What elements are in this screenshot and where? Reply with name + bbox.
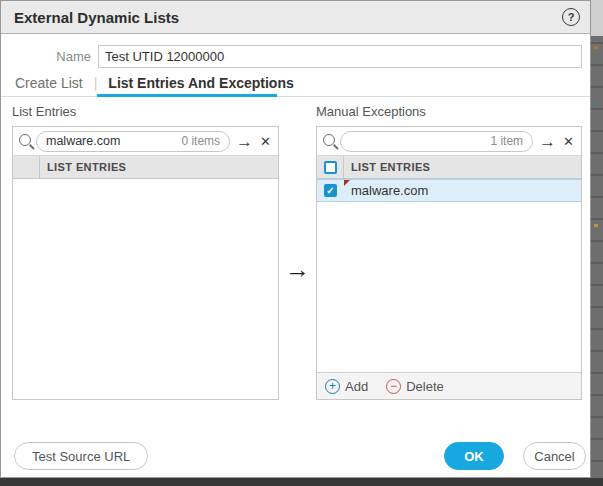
name-label: Name: [1, 49, 98, 64]
active-tab-underline: [97, 94, 277, 97]
header-checkbox-column: [317, 156, 344, 178]
row-entry-cell[interactable]: malware.com: [344, 180, 581, 201]
transfer-arrow-icon: →: [285, 255, 310, 284]
background-speck: [594, 104, 598, 107]
manual-exceptions-column-header: LIST ENTRIES: [344, 156, 430, 178]
select-all-checkbox[interactable]: [324, 161, 337, 174]
search-submit-arrow-icon[interactable]: →: [236, 133, 253, 150]
external-dynamic-lists-dialog: External Dynamic Lists ? Name Create Lis…: [0, 0, 591, 478]
add-plus-icon: +: [325, 379, 340, 394]
tab-bar: Create List | List Entries And Exception…: [15, 75, 294, 91]
cancel-button[interactable]: Cancel: [523, 442, 586, 470]
help-icon[interactable]: ?: [562, 8, 580, 26]
tab-separator: |: [94, 75, 98, 91]
background-speck: [594, 224, 598, 227]
add-label: Add: [345, 379, 368, 394]
dialog-title: External Dynamic Lists: [14, 9, 562, 26]
ok-button[interactable]: OK: [444, 442, 504, 470]
manual-exceptions-grid-header: LIST ENTRIES: [317, 156, 581, 179]
manual-exceptions-panel-title: Manual Exceptions: [316, 104, 426, 119]
list-entries-grid-header: LIST ENTRIES: [13, 156, 278, 179]
manual-exceptions-search-input[interactable]: [350, 134, 486, 148]
manual-exceptions-search-row: 1 item → ✕: [317, 127, 581, 156]
list-entries-column-header: LIST ENTRIES: [40, 156, 126, 178]
list-entries-search-pill: 0 items: [36, 131, 230, 152]
search-submit-arrow-icon[interactable]: →: [539, 133, 556, 150]
background-bottom-sliver: [0, 478, 603, 486]
delete-minus-icon: −: [386, 379, 401, 394]
table-row[interactable]: ✓ malware.com: [317, 179, 581, 202]
tab-list-entries-and-exceptions[interactable]: List Entries And Exceptions: [108, 75, 293, 91]
search-clear-icon[interactable]: ✕: [563, 135, 574, 148]
add-entry-button[interactable]: + Add: [325, 379, 368, 394]
list-entries-panel-title: List Entries: [12, 104, 76, 119]
name-input[interactable]: [98, 45, 582, 68]
manual-exceptions-item-count: 1 item: [490, 134, 523, 148]
row-checkbox-column: ✓: [317, 180, 344, 201]
dialog-titlebar: External Dynamic Lists ?: [1, 1, 590, 34]
delete-entry-button[interactable]: − Delete: [386, 379, 444, 394]
manual-exceptions-search-pill: 1 item: [340, 131, 533, 152]
search-clear-icon[interactable]: ✕: [260, 135, 271, 148]
delete-label: Delete: [406, 379, 444, 394]
name-row: Name: [1, 45, 590, 68]
search-icon: [323, 134, 335, 146]
list-entries-search-input[interactable]: [46, 134, 177, 148]
list-entries-search-row: 0 items → ✕: [13, 127, 278, 156]
row-checkbox-checked[interactable]: ✓: [324, 184, 337, 197]
test-source-url-button[interactable]: Test Source URL: [14, 442, 148, 470]
row-entry-text: malware.com: [351, 183, 428, 198]
background-page-sliver: [591, 0, 603, 486]
tab-divider-line: [1, 96, 590, 97]
unsaved-change-marker: [344, 180, 350, 186]
search-icon: [19, 134, 31, 146]
background-speck: [594, 46, 598, 49]
tab-create-list[interactable]: Create List: [15, 75, 83, 91]
list-entries-item-count: 0 items: [181, 134, 220, 148]
list-entries-panel: 0 items → ✕ LIST ENTRIES: [12, 126, 279, 400]
background-page-sliver-top: [591, 0, 603, 36]
manual-exceptions-panel: 1 item → ✕ LIST ENTRIES ✓ malware.com + …: [316, 126, 582, 400]
header-checkbox-column: [13, 156, 40, 178]
manual-exceptions-footer: + Add − Delete: [317, 372, 581, 399]
